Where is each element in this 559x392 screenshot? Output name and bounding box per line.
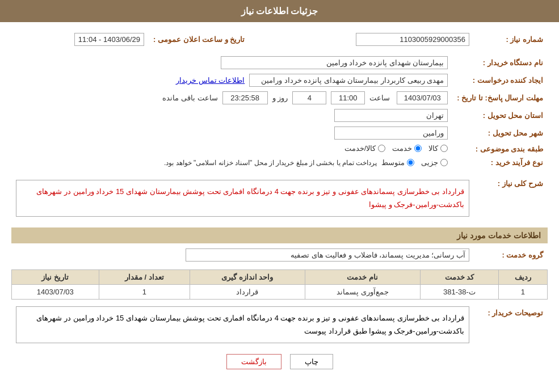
radio-jozii-label: جزیی: [421, 158, 438, 167]
label-shahr: شهر محل تحویل :: [452, 124, 548, 142]
roz-label: روز و: [272, 94, 288, 102]
radio-kala-khedmat: کالا/خدمت: [344, 144, 386, 153]
label-gorohe: گروه خدمت :: [474, 246, 548, 264]
grid-header-radif: ردیف: [498, 269, 547, 284]
farayand-note: پرداخت تمام یا بخشی از مبلغ خریدار از مح…: [164, 159, 377, 167]
toseeh-section: توصیحات خریدار : قرارداد بی خطرسازی پسما…: [11, 304, 548, 345]
value-toseeh: قرارداد بی خطرسازی پسماندهای عفونی و تیز…: [16, 306, 469, 343]
radio-khedmat-input[interactable]: [414, 145, 422, 152]
radio-kala-label: کالا: [428, 144, 438, 153]
grid-header-tarikh: تاریخ نیاز: [12, 269, 99, 284]
value-roz: 4: [292, 91, 326, 104]
radio-mottaset-input[interactable]: [407, 159, 414, 166]
value-shomare: 1103005929000356: [356, 33, 469, 46]
value-saat: 11:00: [331, 91, 365, 104]
value-sharh: قرارداد بی خطرسازی پسماندهای عفونی و تیز…: [16, 180, 469, 217]
button-row: چاپ بازگشت: [11, 354, 548, 369]
grid-header-name: نام خدمت: [305, 269, 420, 284]
value-baghimandeh: 23:25:58: [222, 91, 268, 104]
table-row: 1ت-38-381جمع‌آوری پسماندقرارداد11403/07/…: [12, 284, 548, 299]
label-shomare: شماره نیاز :: [474, 31, 548, 48]
saat-label: ساعت: [369, 94, 390, 102]
radio-jozii: جزیی: [421, 158, 448, 167]
label-mohlat: مهلت ارسال پاسخ: تا تاریخ :: [452, 89, 548, 107]
radio-khedmat: خدمت: [392, 144, 422, 153]
radio-kala-khedmat-input[interactable]: [378, 145, 385, 152]
value-ijankardeh: مهدی ربیعی کاربردار بیمارستان شهدای پانز…: [249, 74, 448, 87]
grid-header-tedad: تعداد / مقدار: [99, 269, 190, 284]
value-shahr: ورامین: [334, 127, 448, 140]
baghimandeh-label: ساعت باقی مانده: [162, 94, 217, 102]
radio-kala-input[interactable]: [440, 145, 448, 152]
grid-header-kod: کد خدمت: [420, 269, 498, 284]
services-grid: ردیف کد خدمت نام خدمت واحد اندازه گیری ت…: [11, 269, 548, 300]
khadamat-header: اطلاعات خدمات مورد نیاز: [11, 227, 548, 243]
label-sharh: شرح کلی نیاز :: [474, 175, 548, 222]
value-tarikh: 1403/07/03: [397, 91, 448, 104]
label-ostan: استان محل تحویل :: [452, 107, 548, 124]
label-ijankardeh: ایجاد کننده درخواست :: [452, 71, 548, 89]
radio-jozii-input[interactable]: [440, 159, 448, 166]
label-tarikh-elaan: تاریخ و ساعت اعلان عمومی :: [149, 31, 249, 48]
info-section-1: شماره نیاز : 1103005929000356 تاریخ و سا…: [11, 31, 548, 48]
page-container: جزئیات اطلاعات نیاز شماره نیاز : 1103005…: [0, 0, 559, 392]
label-toseeh: توصیحات خریدار :: [474, 304, 548, 345]
back-button[interactable]: بازگشت: [226, 354, 281, 369]
value-ostan: تهران: [334, 109, 448, 122]
radio-group-farayand: جزیی متوسط: [381, 158, 448, 167]
radio-kala: کالا: [428, 144, 448, 153]
radio-mottaset-label: متوسط: [381, 158, 405, 167]
label-tabaqe: طبقه بندی موضوعی :: [452, 142, 548, 156]
page-title: جزئیات اطلاعات نیاز: [0, 0, 559, 22]
value-tarikh-elaan: 1403/06/29 - 11:04: [74, 33, 144, 46]
value-gorohe: آب رسانی؛ مدیریت پسماند، فاضلاب و فعالیت…: [186, 248, 469, 262]
radio-mottaset: متوسط: [381, 158, 414, 167]
gorohe-section: گروه خدمت : آب رسانی؛ مدیریت پسماند، فاض…: [11, 246, 548, 264]
radio-kala-khedmat-label: کالا/خدمت: [344, 144, 376, 153]
radio-khedmat-label: خدمت: [392, 144, 412, 153]
print-button[interactable]: چاپ: [290, 354, 333, 369]
radio-group-tabaqe: کالا خدمت کالا/خدمت: [344, 144, 448, 153]
etelaat-tamas-link[interactable]: اطلاعات تماس خریدار: [176, 76, 245, 85]
info-section-2: نام دستگاه خریدار : بیمارستان شهدای پانز…: [11, 54, 548, 169]
sharh-section: شرح کلی نیاز : قرارداد بی خطرسازی پسماند…: [11, 175, 548, 222]
label-farayand: نوع فرآیند خرید :: [452, 156, 548, 169]
label-namdastgah: نام دستگاه خریدار :: [452, 54, 548, 71]
value-namdastgah: بیمارستان شهدای پانزده خرداد ورامین: [221, 56, 448, 69]
grid-header-vahed: واحد اندازه گیری: [190, 269, 305, 284]
content-area: شماره نیاز : 1103005929000356 تاریخ و سا…: [0, 22, 559, 386]
